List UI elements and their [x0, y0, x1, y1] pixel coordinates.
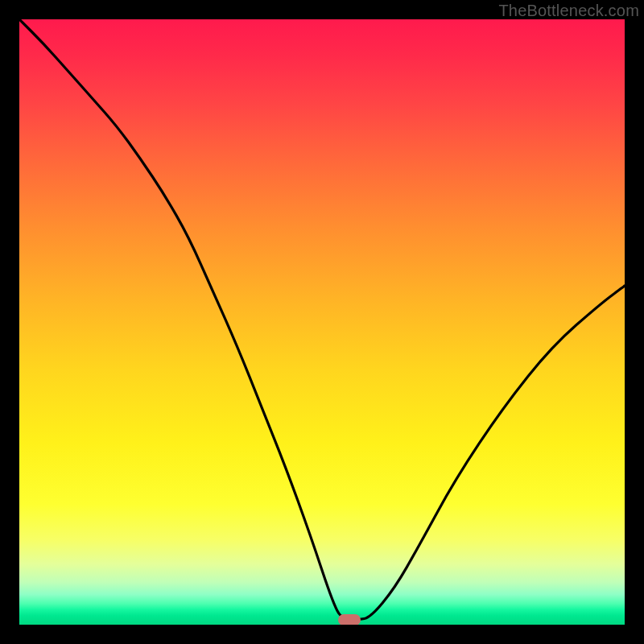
bottleneck-curve: [19, 19, 625, 620]
chart-frame: TheBottleneck.com: [0, 0, 644, 644]
minimum-marker: [338, 614, 361, 625]
curve-layer: [19, 19, 625, 625]
attribution-label: TheBottleneck.com: [498, 2, 639, 20]
plot-area: [19, 19, 625, 625]
